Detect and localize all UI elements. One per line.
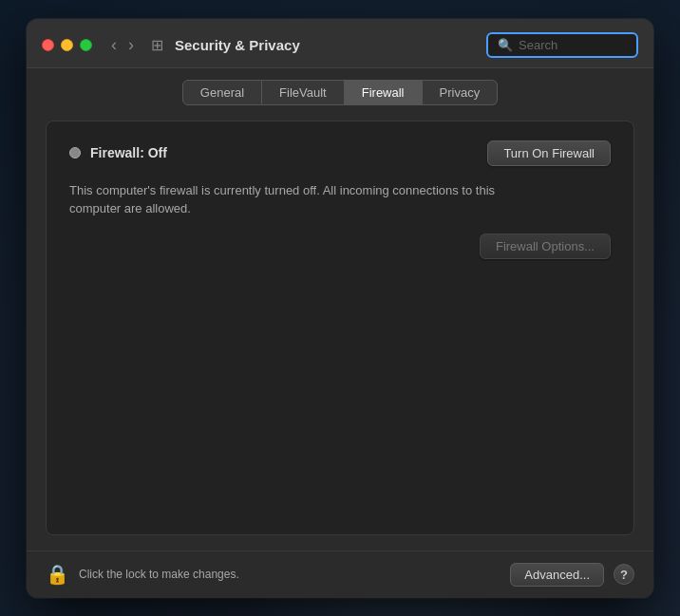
titlebar: ‹ › ⊞ Security & Privacy 🔍 (27, 19, 653, 68)
firewall-options-button[interactable]: Firewall Options... (480, 233, 611, 259)
firewall-status-row: Firewall: Off Turn On Firewall (69, 140, 611, 166)
bottom-bar: 🔒 Click the lock to make changes. Advanc… (27, 551, 653, 598)
nav-buttons: ‹ › (107, 34, 138, 55)
content-area: Firewall: Off Turn On Firewall This comp… (27, 105, 653, 551)
search-input[interactable] (519, 38, 623, 52)
search-box[interactable]: 🔍 (486, 32, 638, 58)
forward-button[interactable]: › (124, 34, 138, 55)
grid-icon[interactable]: ⊞ (151, 36, 163, 54)
status-indicator (69, 147, 81, 159)
traffic-lights (42, 39, 92, 51)
main-window: ‹ › ⊞ Security & Privacy 🔍 General FileV… (27, 19, 653, 598)
firewall-description: This computer's firewall is currently tu… (69, 181, 525, 218)
tab-bar: General FileVault Firewall Privacy (27, 68, 653, 105)
lock-icon[interactable]: 🔒 (46, 563, 69, 586)
firewall-status-label: Firewall: Off (90, 145, 167, 160)
firewall-panel: Firewall: Off Turn On Firewall This comp… (46, 121, 634, 535)
tab-privacy[interactable]: Privacy (423, 80, 499, 105)
search-icon: 🔍 (498, 38, 513, 52)
options-btn-row: Firewall Options... (69, 233, 611, 259)
back-button[interactable]: ‹ (107, 34, 121, 55)
minimize-button[interactable] (61, 39, 73, 51)
status-left: Firewall: Off (69, 145, 167, 160)
tab-general[interactable]: General (182, 80, 262, 105)
window-title: Security & Privacy (175, 37, 475, 53)
tab-firewall[interactable]: Firewall (345, 80, 423, 105)
advanced-button[interactable]: Advanced... (510, 563, 604, 587)
maximize-button[interactable] (80, 39, 92, 51)
tab-filevault[interactable]: FileVault (262, 80, 345, 105)
close-button[interactable] (42, 39, 54, 51)
turn-on-firewall-button[interactable]: Turn On Firewall (487, 140, 611, 166)
help-button[interactable]: ? (614, 564, 634, 585)
lock-label: Click the lock to make changes. (79, 568, 501, 581)
